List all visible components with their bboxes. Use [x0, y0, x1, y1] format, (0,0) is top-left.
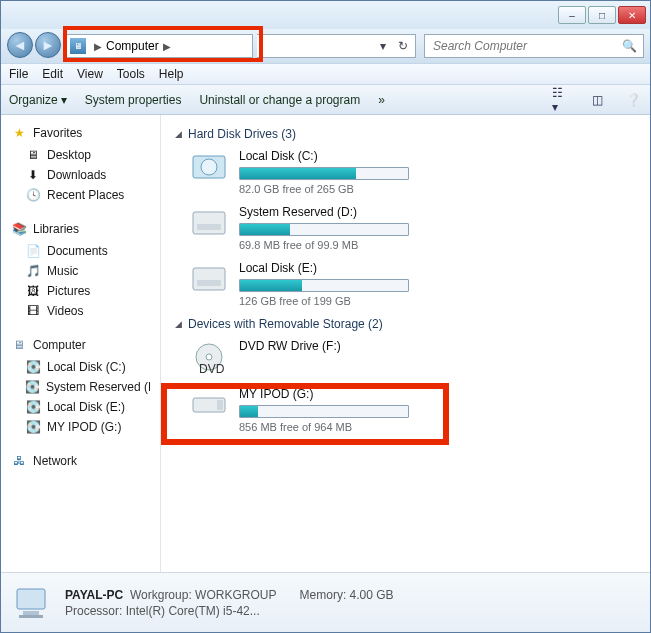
- drive-system-reserved[interactable]: System Reserved (D:) 69.8 MB free of 99.…: [189, 205, 636, 251]
- sidebar-item-pictures[interactable]: 🖼Pictures: [1, 281, 160, 301]
- drive-ipod[interactable]: MY IPOD (G:) 856 MB free of 964 MB: [189, 387, 636, 433]
- usage-bar: [239, 405, 409, 418]
- view-options-icon[interactable]: ☷ ▾: [552, 91, 570, 109]
- sidebar-item-recent[interactable]: 🕓Recent Places: [1, 185, 160, 205]
- toolbar: Organize ▾ System properties Uninstall o…: [1, 85, 650, 115]
- downloads-icon: ⬇: [25, 167, 41, 183]
- drive-free: 126 GB free of 199 GB: [239, 295, 469, 307]
- menu-edit[interactable]: Edit: [42, 67, 63, 81]
- svg-rect-10: [217, 400, 223, 410]
- libraries-icon: 📚: [11, 221, 27, 237]
- menu-file[interactable]: File: [9, 67, 28, 81]
- nav-back-forward: ◄ ►: [7, 32, 61, 60]
- sidebar-item-music[interactable]: 🎵Music: [1, 261, 160, 281]
- minimize-button[interactable]: –: [558, 6, 586, 24]
- explorer-window: – □ ✕ ◄ ► 🖥 ▶ Computer ▶ ▾ ↻ 🔍 File Edit…: [0, 0, 651, 633]
- libraries-label: Libraries: [33, 222, 79, 236]
- star-icon: ★: [11, 125, 27, 141]
- section-hdd-title: Hard Disk Drives (3): [188, 127, 296, 141]
- hdd-icon: [189, 261, 229, 297]
- back-button[interactable]: ◄: [7, 32, 33, 58]
- svg-rect-3: [197, 224, 221, 230]
- search-box[interactable]: 🔍: [424, 34, 644, 58]
- network-icon: 🖧: [11, 453, 27, 469]
- sidebar-item-downloads[interactable]: ⬇Downloads: [1, 165, 160, 185]
- computer-icon: 🖥: [11, 337, 27, 353]
- svg-rect-2: [193, 212, 225, 234]
- section-removable[interactable]: ◢ Devices with Removable Storage (2): [175, 317, 636, 331]
- desktop-icon: 🖥: [25, 147, 41, 163]
- close-button[interactable]: ✕: [618, 6, 646, 24]
- maximize-button[interactable]: □: [588, 6, 616, 24]
- sidebar-favorites[interactable]: ★ Favorites: [1, 123, 160, 145]
- computer-icon: 🖥: [70, 38, 86, 54]
- address-bar[interactable]: 🖥 ▶ Computer ▶: [65, 34, 253, 58]
- sidebar-item-documents[interactable]: 📄Documents: [1, 241, 160, 261]
- drive-dvd[interactable]: DVD DVD RW Drive (F:): [189, 339, 636, 375]
- svg-rect-13: [19, 615, 43, 618]
- sidebar-network[interactable]: 🖧 Network: [1, 451, 160, 473]
- hdd-icon: [189, 205, 229, 241]
- drive-local-c[interactable]: Local Disk (C:) 82.0 GB free of 265 GB: [189, 149, 636, 195]
- chevron-right-icon: ▶: [163, 41, 171, 52]
- system-properties-button[interactable]: System properties: [85, 93, 182, 107]
- sidebar-item-videos[interactable]: 🎞Videos: [1, 301, 160, 321]
- body: ★ Favorites 🖥Desktop ⬇Downloads 🕓Recent …: [1, 115, 650, 572]
- drive-name: DVD RW Drive (F:): [239, 339, 469, 353]
- drive-name: Local Disk (C:): [239, 149, 469, 163]
- music-icon: 🎵: [25, 263, 41, 279]
- collapse-icon: ◢: [175, 129, 182, 139]
- forward-button[interactable]: ►: [35, 32, 61, 58]
- menu-tools[interactable]: Tools: [117, 67, 145, 81]
- drive-free: 856 MB free of 964 MB: [239, 421, 469, 433]
- usage-bar: [239, 279, 409, 292]
- main-panel: ◢ Hard Disk Drives (3) Local Disk (C:) 8…: [161, 115, 650, 572]
- drive-icon: 💽: [25, 419, 41, 435]
- network-label: Network: [33, 454, 77, 468]
- section-removable-title: Devices with Removable Storage (2): [188, 317, 383, 331]
- removable-drive-icon: [189, 387, 229, 423]
- menu-help[interactable]: Help: [159, 67, 184, 81]
- sidebar-item-local-e[interactable]: 💽Local Disk (E:): [1, 397, 160, 417]
- drive-icon: 💽: [25, 399, 41, 415]
- sidebar-libraries[interactable]: 📚 Libraries: [1, 219, 160, 241]
- pictures-icon: 🖼: [25, 283, 41, 299]
- drive-name: Local Disk (E:): [239, 261, 469, 275]
- help-icon[interactable]: ❔: [624, 91, 642, 109]
- search-icon: 🔍: [622, 39, 637, 53]
- organize-button[interactable]: Organize ▾: [9, 93, 67, 107]
- svg-rect-11: [17, 589, 45, 609]
- drive-icon: 💽: [25, 359, 41, 375]
- documents-icon: 📄: [25, 243, 41, 259]
- menu-view[interactable]: View: [77, 67, 103, 81]
- uninstall-button[interactable]: Uninstall or change a program: [199, 93, 360, 107]
- svg-point-1: [201, 159, 217, 175]
- favorites-group: ★ Favorites 🖥Desktop ⬇Downloads 🕓Recent …: [1, 123, 160, 205]
- sidebar: ★ Favorites 🖥Desktop ⬇Downloads 🕓Recent …: [1, 115, 161, 572]
- search-input[interactable]: [431, 38, 622, 54]
- title-bar: – □ ✕: [1, 1, 650, 29]
- computer-large-icon: [11, 581, 55, 625]
- svg-rect-4: [193, 268, 225, 290]
- dropdown-icon[interactable]: ▾: [375, 38, 391, 54]
- sidebar-item-desktop[interactable]: 🖥Desktop: [1, 145, 160, 165]
- drive-local-e[interactable]: Local Disk (E:) 126 GB free of 199 GB: [189, 261, 636, 307]
- recent-icon: 🕓: [25, 187, 41, 203]
- libraries-group: 📚 Libraries 📄Documents 🎵Music 🖼Pictures …: [1, 219, 160, 321]
- collapse-icon: ◢: [175, 319, 182, 329]
- sidebar-item-system-reserved[interactable]: 💽System Reserved (D:): [1, 377, 160, 397]
- menu-bar: File Edit View Tools Help: [1, 63, 650, 85]
- usage-bar: [239, 223, 409, 236]
- section-hdd[interactable]: ◢ Hard Disk Drives (3): [175, 127, 636, 141]
- videos-icon: 🎞: [25, 303, 41, 319]
- favorites-label: Favorites: [33, 126, 82, 140]
- preview-pane-icon[interactable]: ◫: [588, 91, 606, 109]
- hdd-icon: [189, 149, 229, 185]
- sidebar-item-local-c[interactable]: 💽Local Disk (C:): [1, 357, 160, 377]
- drive-name: System Reserved (D:): [239, 205, 469, 219]
- refresh-icon[interactable]: ↻: [395, 38, 411, 54]
- sidebar-computer[interactable]: 🖥 Computer: [1, 335, 160, 357]
- svg-text:DVD: DVD: [199, 362, 225, 374]
- more-button[interactable]: »: [378, 93, 385, 107]
- sidebar-item-ipod[interactable]: 💽MY IPOD (G:): [1, 417, 160, 437]
